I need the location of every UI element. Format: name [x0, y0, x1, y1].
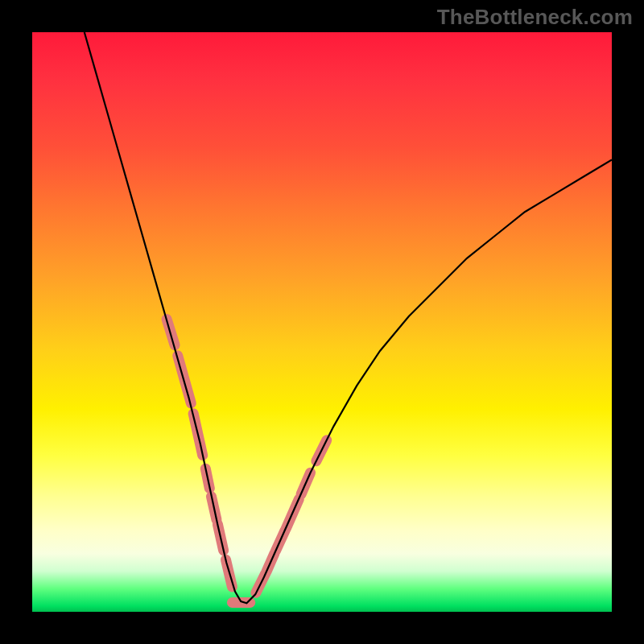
- watermark-text: TheBottleneck.com: [437, 5, 633, 30]
- chart-frame: TheBottleneck.com: [0, 0, 644, 644]
- highlight-segment: [286, 499, 299, 528]
- highlight-segment: [211, 497, 216, 520]
- highlight-segment: [316, 440, 327, 461]
- highlight-segment: [275, 530, 285, 551]
- bottleneck-curve: [85, 32, 612, 603]
- highlight-segment: [256, 574, 266, 592]
- plot-area: [32, 32, 612, 612]
- highlight-segment: [225, 559, 232, 587]
- highlight-segment: [193, 414, 203, 456]
- highlight-segment: [217, 524, 223, 550]
- highlight-segment: [205, 469, 209, 488]
- highlight-group: [167, 319, 327, 602]
- curve-layer: [32, 32, 612, 612]
- highlight-segment: [301, 473, 311, 494]
- highlight-segment: [178, 356, 192, 403]
- highlight-segment: [266, 553, 275, 572]
- highlight-segment: [167, 319, 175, 345]
